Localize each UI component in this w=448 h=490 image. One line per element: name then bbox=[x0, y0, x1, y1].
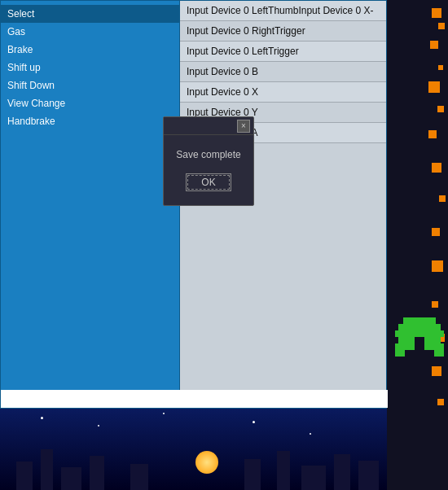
modal-close-button[interactable]: × bbox=[237, 120, 250, 133]
modal-message: Save complete bbox=[176, 149, 240, 160]
modal-overlay: × Save complete OK bbox=[0, 0, 448, 490]
modal-body: Save complete OK bbox=[169, 135, 247, 205]
modal-ok-button[interactable]: OK bbox=[186, 173, 231, 191]
modal-titlebar: × bbox=[164, 117, 253, 135]
modal-dialog: × Save complete OK bbox=[163, 116, 254, 206]
